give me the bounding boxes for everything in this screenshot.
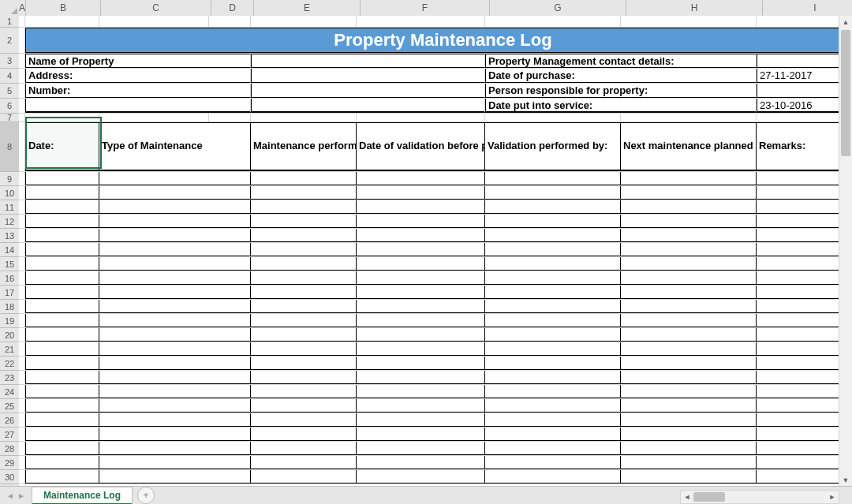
table-cell[interactable] xyxy=(357,399,485,413)
table-cell[interactable] xyxy=(99,342,251,356)
table-cell[interactable] xyxy=(485,215,621,228)
table-cell[interactable] xyxy=(485,427,621,441)
table-cell[interactable] xyxy=(99,271,251,285)
table-cell[interactable] xyxy=(621,442,757,455)
row-header-16[interactable]: 16 xyxy=(0,271,19,286)
table-cell[interactable] xyxy=(25,427,99,441)
table-cell[interactable] xyxy=(357,371,485,384)
table-cell[interactable] xyxy=(757,413,839,427)
table-cell[interactable] xyxy=(757,442,839,455)
table-cell[interactable] xyxy=(357,243,485,256)
value-name-of-property[interactable] xyxy=(251,54,485,68)
row-header-4[interactable]: 4 xyxy=(0,69,19,84)
row-header-29[interactable]: 29 xyxy=(0,456,19,470)
table-cell[interactable] xyxy=(251,371,357,384)
table-cell[interactable] xyxy=(485,286,621,299)
table-cell[interactable] xyxy=(251,442,357,455)
table-cell[interactable] xyxy=(757,470,839,483)
table-cell[interactable] xyxy=(25,271,99,285)
scroll-left-arrow-icon[interactable]: ◄ xyxy=(681,491,693,502)
table-cell[interactable] xyxy=(757,371,839,384)
table-cell[interactable] xyxy=(357,385,485,398)
table-cell[interactable] xyxy=(357,413,485,427)
table-cell[interactable] xyxy=(621,200,757,214)
scroll-down-arrow-icon[interactable]: ▼ xyxy=(839,474,852,487)
row-header-15[interactable]: 15 xyxy=(0,257,19,271)
table-cell[interactable] xyxy=(25,186,99,200)
table-cell[interactable] xyxy=(99,371,251,384)
table-cell[interactable] xyxy=(99,413,251,427)
row-headers[interactable]: 1234567891011121314151617181920212223242… xyxy=(0,16,20,487)
table-cell[interactable] xyxy=(485,200,621,214)
table-cell[interactable] xyxy=(251,413,357,427)
table-cell[interactable] xyxy=(757,271,839,285)
row-header-25[interactable]: 25 xyxy=(0,399,19,413)
table-cell[interactable] xyxy=(25,442,99,455)
table-cell[interactable] xyxy=(621,186,757,200)
table-cell[interactable] xyxy=(485,229,621,242)
table-cell[interactable] xyxy=(485,456,621,469)
table-cell[interactable] xyxy=(99,257,251,271)
scroll-up-arrow-icon[interactable]: ▲ xyxy=(839,16,852,28)
table-cell[interactable] xyxy=(251,286,357,299)
table-cell[interactable] xyxy=(757,314,839,327)
table-cell[interactable] xyxy=(357,271,485,285)
table-cell[interactable] xyxy=(25,314,99,327)
table-cell[interactable] xyxy=(621,456,757,469)
horizontal-scrollbar[interactable]: ◄ ► xyxy=(680,490,839,504)
table-cell[interactable] xyxy=(485,371,621,384)
table-cell[interactable] xyxy=(485,328,621,342)
table-cell[interactable] xyxy=(99,215,251,228)
table-cell[interactable] xyxy=(25,342,99,356)
table-cell[interactable] xyxy=(621,357,757,370)
table-cell[interactable] xyxy=(757,456,839,469)
scroll-thumb[interactable] xyxy=(841,30,850,156)
table-cell[interactable] xyxy=(25,172,99,185)
col-header-I[interactable]: I xyxy=(763,0,852,16)
table-cell[interactable] xyxy=(251,243,357,256)
col-header-B[interactable]: B xyxy=(26,0,101,16)
row-header-17[interactable]: 17 xyxy=(0,286,19,300)
table-cell[interactable] xyxy=(621,172,757,185)
table-cell[interactable] xyxy=(757,328,839,342)
table-cell[interactable] xyxy=(757,229,839,242)
table-cell[interactable] xyxy=(251,215,357,228)
table-cell[interactable] xyxy=(621,300,757,313)
table-cell[interactable] xyxy=(621,271,757,285)
table-cell[interactable] xyxy=(357,257,485,271)
table-cell[interactable] xyxy=(621,286,757,299)
table-cell[interactable] xyxy=(25,385,99,398)
table-cell[interactable] xyxy=(757,286,839,299)
table-cell[interactable] xyxy=(357,456,485,469)
table-cell[interactable] xyxy=(251,328,357,342)
table-cell[interactable] xyxy=(485,271,621,285)
value-address[interactable] xyxy=(251,69,485,83)
col-header-E[interactable]: E xyxy=(254,0,361,16)
col-header-A[interactable]: A xyxy=(19,0,26,16)
table-cell[interactable] xyxy=(25,399,99,413)
row-header-30[interactable]: 30 xyxy=(0,470,19,484)
table-cell[interactable] xyxy=(485,470,621,483)
table-cell[interactable] xyxy=(251,385,357,398)
table-cell[interactable] xyxy=(25,215,99,228)
table-cell[interactable] xyxy=(357,314,485,327)
table-cell[interactable] xyxy=(485,172,621,185)
table-cell[interactable] xyxy=(251,172,357,185)
row-header-28[interactable]: 28 xyxy=(0,442,19,456)
table-cell[interactable] xyxy=(357,286,485,299)
table-cell[interactable] xyxy=(25,243,99,256)
row-header-12[interactable]: 12 xyxy=(0,215,19,229)
table-cell[interactable] xyxy=(99,243,251,256)
new-sheet-button[interactable]: + xyxy=(137,487,155,504)
table-cell[interactable] xyxy=(25,257,99,271)
table-cell[interactable] xyxy=(99,427,251,441)
table-cell[interactable] xyxy=(25,200,99,214)
table-cell[interactable] xyxy=(25,371,99,384)
tab-nav-next-icon[interactable]: ► xyxy=(16,489,27,502)
value-person-responsible[interactable] xyxy=(757,84,839,98)
row-header-23[interactable]: 23 xyxy=(0,371,19,385)
table-cell[interactable] xyxy=(357,300,485,313)
value-date-of-purchase[interactable]: 27-11-2017 xyxy=(757,69,839,83)
table-cell[interactable] xyxy=(99,328,251,342)
vertical-scrollbar[interactable]: ▲ ▼ xyxy=(839,16,852,487)
